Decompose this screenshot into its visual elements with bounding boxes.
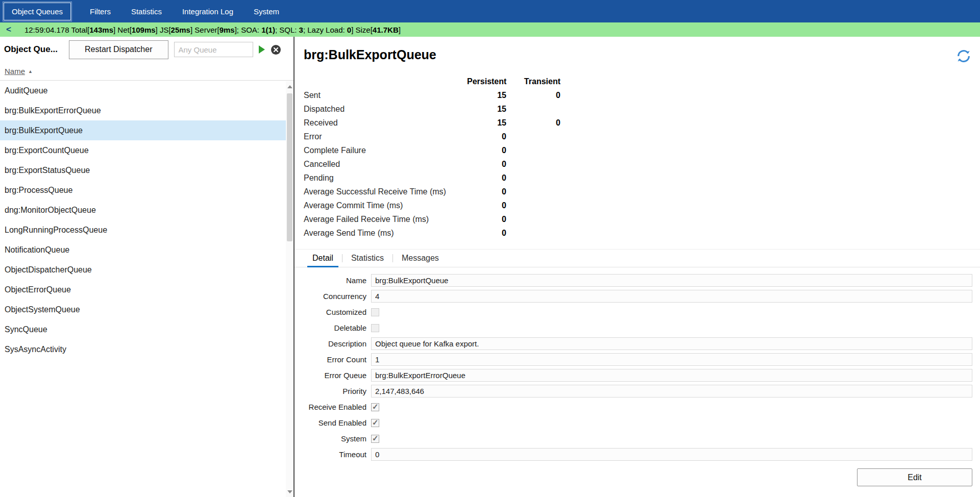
- form-row: Concurrency: [295, 288, 980, 304]
- stats-label: Error: [304, 132, 467, 141]
- status-segment: ]; SOA:: [235, 26, 262, 34]
- stats-row: Average Send Time (ms) 0: [304, 226, 980, 240]
- queue-list-item[interactable]: ObjectDispatcherQueue: [0, 260, 293, 280]
- sort-ascending-icon: ▲: [28, 69, 33, 74]
- queue-list-item[interactable]: ObjectSystemQueue: [0, 300, 293, 319]
- stats-label: Average Commit Time (ms): [304, 201, 467, 210]
- stats-col-transient: Transient: [506, 77, 560, 86]
- stats-row: Average Failed Receive Time (ms) 0: [304, 212, 980, 226]
- queue-list-item[interactable]: brg:ProcessQueue: [0, 180, 293, 200]
- status-segment: ; SQL:: [275, 26, 299, 34]
- deletable-checkbox[interactable]: [371, 324, 379, 332]
- queue-list-item[interactable]: SysAsyncActivity: [0, 339, 293, 359]
- tab-messages[interactable]: Messages: [394, 250, 447, 267]
- stats-row: Average Successful Receive Time (ms) 0: [304, 185, 980, 198]
- stats-value-transient: 0: [506, 118, 560, 128]
- field-label-timeout: Timeout: [295, 450, 371, 459]
- status-value: 1(1): [261, 26, 275, 34]
- close-circle-icon: [271, 44, 281, 55]
- queue-list-item[interactable]: ObjectErrorQueue: [0, 280, 293, 300]
- name-column-header[interactable]: Name ▲: [0, 62, 293, 81]
- queue-list-item[interactable]: AuditQueue: [0, 81, 293, 101]
- stats-value-persistent: 0: [467, 229, 506, 238]
- form-row: Description: [295, 336, 980, 352]
- edit-button[interactable]: Edit: [857, 468, 972, 486]
- tab-detail[interactable]: Detail: [305, 250, 341, 267]
- queue-list-item[interactable]: brg:ExportCountQueue: [0, 140, 293, 160]
- status-segment: ]: [399, 26, 401, 34]
- refresh-icon[interactable]: [955, 48, 972, 66]
- queue-list-item[interactable]: brg:ExportStatusQueue: [0, 160, 293, 180]
- error-queue-field[interactable]: [371, 369, 972, 382]
- nav-item-system[interactable]: System: [246, 3, 287, 20]
- stats-value-persistent: 0: [467, 173, 506, 183]
- sidebar-header: Object Que... Restart Dispatcher: [0, 37, 293, 62]
- tab-separator: [393, 254, 393, 262]
- clear-filter-icon[interactable]: [271, 44, 281, 55]
- field-label-deletable: Deletable: [295, 324, 371, 332]
- description-field[interactable]: [371, 337, 972, 350]
- scroll-up-button[interactable]: [286, 82, 293, 91]
- queue-list-item[interactable]: brg:BulkExportErrorQueue: [0, 101, 293, 120]
- back-arrow[interactable]: <: [6, 24, 11, 35]
- field-label-error-queue: Error Queue: [295, 371, 371, 380]
- form-actions: Edit: [295, 468, 972, 486]
- concurrency-field[interactable]: [371, 290, 972, 303]
- timeout-field[interactable]: [371, 448, 972, 461]
- receive-enabled-checkbox[interactable]: [371, 403, 379, 411]
- status-value: 0: [347, 26, 351, 34]
- scroll-up-icon: [287, 85, 292, 88]
- stats-value-persistent: 0: [467, 187, 506, 196]
- main-split: Object Que... Restart Dispatcher Name ▲ …: [0, 37, 980, 497]
- name-field[interactable]: [371, 274, 972, 287]
- error-count-field[interactable]: [371, 353, 972, 366]
- stats-value-persistent: 0: [467, 201, 506, 210]
- scroll-down-button[interactable]: [286, 487, 293, 496]
- nav-item-statistics[interactable]: Statistics: [124, 3, 169, 20]
- form-row: Deletable: [295, 320, 980, 336]
- form-row: Priority: [295, 383, 980, 399]
- stats-value-persistent: 15: [467, 91, 506, 100]
- scrollbar-thumb[interactable]: [287, 93, 292, 241]
- stats-label: Cancelled: [304, 160, 467, 169]
- sidebar-scrollbar[interactable]: [286, 81, 293, 497]
- nav-item-object-queues[interactable]: Object Queues: [4, 3, 71, 20]
- form-row: Name: [295, 272, 980, 288]
- field-label-concurrency: Concurrency: [295, 292, 371, 301]
- queue-list-item[interactable]: SyncQueue: [0, 319, 293, 339]
- queue-list-item-selected[interactable]: brg:BulkExportQueue: [0, 120, 293, 140]
- stats-row: Pending 0: [304, 171, 980, 185]
- nav-item-filters[interactable]: Filters: [82, 3, 118, 20]
- stats-row: Dispatched 15: [304, 102, 980, 116]
- send-enabled-checkbox[interactable]: [371, 419, 379, 427]
- field-label-system: System: [295, 434, 371, 443]
- queue-list-item[interactable]: NotificationQueue: [0, 240, 293, 260]
- run-filter-icon[interactable]: [259, 45, 265, 54]
- priority-field[interactable]: [371, 385, 972, 397]
- status-value: 143ms: [89, 26, 113, 34]
- queue-list-item[interactable]: LongRunningProcessQueue: [0, 220, 293, 240]
- stats-label: Average Successful Receive Time (ms): [304, 187, 467, 196]
- stats-row: Sent 15 0: [304, 88, 980, 102]
- page-title: brg:BulkExportQueue: [304, 47, 436, 63]
- stats-label: Received: [304, 118, 467, 128]
- status-bar: < 12:59:04.178 Total[143ms] Net[109ms] J…: [0, 22, 980, 37]
- status-value: 25ms: [171, 26, 190, 34]
- stats-label: Average Failed Receive Time (ms): [304, 215, 467, 224]
- queue-sidebar: Object Que... Restart Dispatcher Name ▲ …: [0, 37, 293, 497]
- tab-statistics[interactable]: Statistics: [344, 250, 391, 267]
- top-nav: Object Queues Filters Statistics Integra…: [0, 0, 980, 22]
- stats-header-row: Persistent Transient: [304, 74, 980, 88]
- customized-checkbox[interactable]: [371, 308, 379, 316]
- field-label-send-enabled: Send Enabled: [295, 418, 371, 427]
- form-row: System: [295, 431, 980, 446]
- queue-list-item[interactable]: dng:MonitorObjectQueue: [0, 200, 293, 220]
- restart-dispatcher-button[interactable]: Restart Dispatcher: [69, 40, 168, 59]
- stats-value-persistent: 0: [467, 146, 506, 155]
- nav-item-integration-log[interactable]: Integration Log: [175, 3, 241, 20]
- field-label-receive-enabled: Receive Enabled: [295, 403, 371, 411]
- form-row: Timeout: [295, 446, 980, 462]
- queue-filter-input[interactable]: [174, 42, 253, 57]
- status-value: 109ms: [132, 26, 156, 34]
- system-checkbox[interactable]: [371, 435, 379, 443]
